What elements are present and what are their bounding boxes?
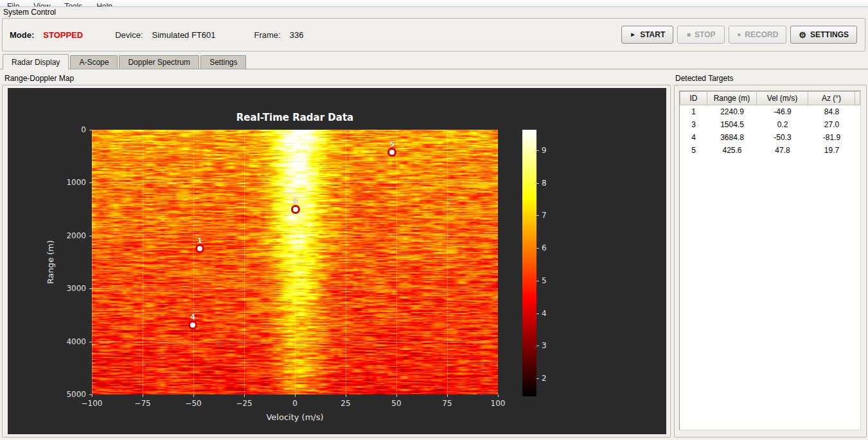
x-tick-mark bbox=[92, 394, 93, 397]
table-row[interactable]: 12240.9-46.984.8 bbox=[680, 105, 860, 118]
targets-table-header: IDRange (m)Vel (m/s)Az (°) bbox=[680, 91, 860, 105]
range-doppler-group: Real-Time Radar Data Velocity (m/s) Rang… bbox=[2, 85, 671, 437]
target-marker[interactable] bbox=[291, 205, 300, 214]
colorbar-tick-mark bbox=[536, 248, 539, 249]
menubar: FileViewToolsHelp bbox=[0, 0, 868, 7]
system-control-row: Mode: STOPPED Device: Simulated FT601 Fr… bbox=[3, 19, 865, 51]
table-cell: 27.0 bbox=[808, 120, 855, 129]
x-tick-label: −25 bbox=[236, 399, 252, 408]
y-tick-mark bbox=[89, 342, 92, 342]
colorbar-tick-mark bbox=[536, 313, 539, 314]
colorbar-tick-mark bbox=[536, 215, 539, 216]
menu-item-help[interactable]: Help bbox=[89, 1, 120, 7]
tab-radar-display[interactable]: Radar Display bbox=[3, 54, 69, 69]
table-row[interactable]: 43684.8-50.3-81.9 bbox=[680, 131, 860, 144]
y-tick-label: 1000 bbox=[66, 178, 86, 187]
play-icon: ► bbox=[630, 31, 636, 38]
y-tick-label: 2000 bbox=[66, 231, 86, 240]
mode-value: STOPPED bbox=[43, 30, 83, 40]
target-marker-label: 4 bbox=[190, 313, 195, 321]
tab-settings[interactable]: Settings bbox=[200, 55, 246, 69]
colorbar-tick-mark bbox=[536, 183, 539, 184]
x-tick-mark bbox=[244, 394, 245, 397]
x-tick-label: 100 bbox=[491, 399, 506, 408]
control-buttons: ►START■STOP●RECORD⚙SETTINGS bbox=[621, 26, 857, 44]
target-marker[interactable] bbox=[387, 148, 396, 157]
system-control-group: Mode: STOPPED Device: Simulated FT601 Fr… bbox=[2, 18, 865, 51]
y-tick-label: 0 bbox=[81, 125, 86, 134]
colorbar-tick-mark bbox=[536, 378, 539, 379]
table-cell: 0.2 bbox=[757, 120, 808, 129]
button-label: RECORD bbox=[745, 30, 778, 39]
table-cell: 1504.5 bbox=[707, 120, 757, 129]
x-tick-label: −50 bbox=[185, 399, 201, 408]
frame-label: Frame: bbox=[254, 30, 281, 40]
colorbar-tick-mark bbox=[536, 281, 539, 281]
menu-item-view[interactable]: View bbox=[26, 1, 57, 7]
y-tick-label: 3000 bbox=[66, 284, 86, 293]
table-row[interactable]: 5425.647.819.7 bbox=[680, 144, 860, 157]
table-cell: 425.6 bbox=[707, 146, 757, 155]
x-tick-mark bbox=[498, 394, 499, 397]
button-label: START bbox=[640, 30, 665, 39]
record-icon: ● bbox=[737, 31, 741, 38]
colorbar-tick-mark bbox=[536, 150, 539, 151]
y-tick-label: 4000 bbox=[66, 337, 86, 346]
stop-button[interactable]: ■STOP bbox=[677, 26, 725, 44]
menu-item-tools[interactable]: Tools bbox=[57, 1, 89, 7]
range-doppler-map-title: Range-Doppler Map bbox=[4, 74, 74, 83]
device-value: Simulated FT601 bbox=[152, 30, 216, 40]
y-tick-mark bbox=[89, 394, 92, 395]
y-tick-mark bbox=[89, 236, 92, 236]
column-header-2[interactable]: Vel (m/s) bbox=[757, 91, 808, 105]
column-header-0[interactable]: ID bbox=[680, 91, 707, 105]
table-cell: 4 bbox=[680, 133, 707, 142]
plot-title: Real-Time Radar Data bbox=[236, 112, 353, 123]
tab-bar: Radar DisplayA-ScopeDoppler SpectrumSett… bbox=[0, 54, 868, 69]
tab-a-scope[interactable]: A-Scope bbox=[70, 55, 118, 69]
table-cell: 84.8 bbox=[808, 107, 855, 116]
table-cell: 2240.9 bbox=[707, 107, 757, 116]
table-cell: -46.9 bbox=[757, 107, 808, 116]
target-marker[interactable] bbox=[188, 321, 197, 330]
x-tick-label: 0 bbox=[292, 399, 297, 408]
y-tick-mark bbox=[89, 130, 92, 130]
range-doppler-heatmap[interactable] bbox=[92, 130, 498, 394]
gear-icon: ⚙ bbox=[799, 31, 806, 39]
frame-value: 336 bbox=[290, 30, 304, 40]
colorbar-tick-label: 9 bbox=[542, 146, 547, 155]
column-header-filler bbox=[855, 91, 860, 105]
y-tick-mark bbox=[89, 288, 92, 289]
colorbar-tick-mark bbox=[536, 346, 539, 346]
x-tick-mark bbox=[447, 394, 448, 397]
target-marker[interactable] bbox=[195, 244, 204, 253]
column-header-1[interactable]: Range (m) bbox=[707, 91, 757, 105]
colorbar-tick-label: 5 bbox=[542, 276, 547, 285]
start-button[interactable]: ►START bbox=[621, 26, 673, 44]
x-tick-mark bbox=[295, 394, 296, 397]
table-cell: 47.8 bbox=[757, 146, 808, 155]
x-axis-label: Velocity (m/s) bbox=[266, 412, 323, 422]
table-cell: 5 bbox=[680, 146, 707, 155]
x-tick-mark bbox=[396, 394, 397, 397]
stop-icon: ■ bbox=[687, 31, 691, 38]
x-tick-label: 25 bbox=[341, 399, 350, 408]
table-cell: 3 bbox=[680, 120, 707, 129]
table-cell: 19.7 bbox=[808, 146, 855, 155]
x-tick-label: −100 bbox=[82, 399, 103, 408]
table-row[interactable]: 31504.50.227.0 bbox=[680, 118, 860, 131]
detected-targets-title: Detected Targets bbox=[675, 74, 734, 83]
detected-targets-group: IDRange (m)Vel (m/s)Az (°) 12240.9-46.98… bbox=[674, 85, 867, 437]
menu-item-file[interactable]: File bbox=[0, 1, 26, 7]
x-tick-mark bbox=[193, 394, 194, 397]
target-marker-label: 1 bbox=[197, 236, 202, 245]
column-header-3[interactable]: Az (°) bbox=[808, 91, 855, 105]
settings-button[interactable]: ⚙SETTINGS bbox=[790, 26, 857, 44]
record-button[interactable]: ●RECORD bbox=[729, 26, 786, 44]
y-tick-mark bbox=[89, 182, 92, 183]
tab-doppler-spectrum[interactable]: Doppler Spectrum bbox=[119, 55, 199, 69]
button-label: STOP bbox=[695, 30, 715, 39]
x-tick-label: −75 bbox=[134, 399, 150, 408]
x-tick-label: 75 bbox=[442, 399, 452, 408]
colorbar-tick-label: 2 bbox=[542, 374, 547, 383]
